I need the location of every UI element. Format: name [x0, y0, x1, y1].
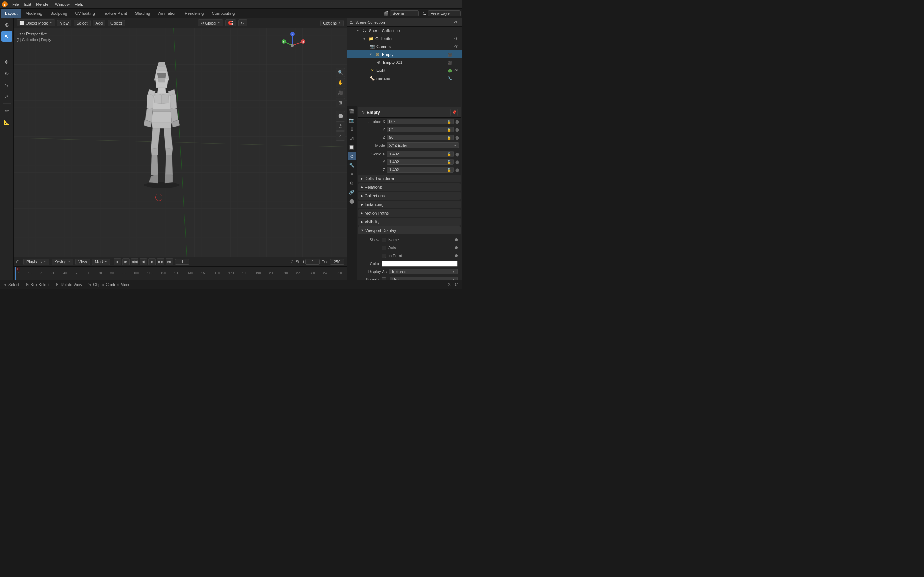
box-select-tool-btn[interactable]: ⬚ [2, 43, 12, 53]
workspace-tab-rendering[interactable]: Rendering [181, 9, 207, 18]
viewport-shading-rendered[interactable]: ○ [336, 131, 345, 141]
transform-orientation[interactable]: ⊕ Global ▼ [198, 19, 223, 26]
props-tab-material[interactable]: ⬤ [347, 197, 356, 206]
rotation-x-value[interactable]: 90° 🔓 [386, 119, 454, 124]
viewport-shading-solid[interactable]: ⬤ [336, 111, 345, 121]
props-tab-output[interactable]: 🖥 [347, 125, 356, 134]
viewport-shading-material[interactable]: ◎ [336, 121, 345, 131]
menu-window[interactable]: Window [53, 2, 72, 7]
menu-render[interactable]: Render [34, 2, 52, 7]
marker-menu[interactable]: Marker [92, 259, 110, 265]
workspace-tab-shading[interactable]: Shading [131, 9, 154, 18]
delta-transform-header[interactable]: ▶ Delta Transform [359, 174, 460, 182]
step-back2-btn[interactable]: ◀ [140, 258, 147, 266]
viewport-gizmo[interactable]: Z X Y [278, 31, 307, 60]
blender-logo-icon[interactable]: B [2, 1, 8, 8]
workspace-tab-layout[interactable]: Layout [2, 9, 21, 18]
props-tab-render[interactable]: 📷 [347, 116, 356, 124]
camera-visibility-icon[interactable]: 👁 [453, 44, 459, 49]
workspace-tab-uv-editing[interactable]: UV Editing [72, 9, 99, 18]
step-back-btn[interactable]: ◀◀ [131, 258, 138, 266]
light-visibility-icon[interactable]: 👁 [453, 68, 459, 73]
outliner-item-empty[interactable]: ▼ ⊕ Empty 🎥 [347, 50, 462, 58]
workspace-tab-texture-paint[interactable]: Texture Paint [99, 9, 131, 18]
props-pin-btn[interactable]: 📌 [451, 109, 458, 116]
step-fwd-btn[interactable]: ▶▶ [157, 258, 164, 266]
next-keyframe-btn[interactable]: ⏭ [166, 258, 173, 266]
visibility-header[interactable]: ▶ Visibility [359, 218, 460, 226]
scale-x-value[interactable]: 1.402 🔓 [386, 151, 454, 157]
outliner-item-light[interactable]: ☀ Light ⬤ 👁 [347, 66, 462, 74]
view-layer-input[interactable] [428, 10, 460, 16]
viewport-display-header[interactable]: ▼ Viewport Display [359, 226, 460, 234]
props-tab-physics[interactable]: ⚙ [347, 179, 356, 187]
camera-view-btn[interactable]: 🎥 [336, 88, 345, 97]
outliner-item-empty-001[interactable]: ⊕ Empty.001 🎥 [347, 58, 462, 66]
props-tab-constraints[interactable]: 🔗 [347, 188, 356, 197]
motion-paths-header[interactable]: ▶ Motion Paths [359, 209, 460, 217]
prev-keyframe-btn[interactable]: ⏮ [122, 258, 129, 266]
outliner-item-camera[interactable]: 📷 Camera 👁 [347, 43, 462, 50]
view-menu-tl[interactable]: View [76, 259, 90, 265]
outliner-item-scene-collection[interactable]: ▼ 🗂 Scene Collection [347, 27, 462, 35]
rotate-tool-btn[interactable]: ↻ [2, 68, 12, 79]
options-btn[interactable]: Options ▼ [320, 20, 344, 26]
workspace-tab-animation[interactable]: Animation [155, 9, 180, 18]
show-in-front-checkbox[interactable] [381, 253, 386, 258]
mode-value[interactable]: XYZ Euler ▼ [386, 142, 459, 148]
outliner-item-collection[interactable]: ▼ 📁 Collection 👁 [347, 35, 462, 43]
workspace-tab-compositing[interactable]: Compositing [208, 9, 238, 18]
props-tab-scene2[interactable]: 🔲 [347, 143, 356, 152]
menu-help[interactable]: Help [73, 2, 86, 7]
props-tab-view-layer[interactable]: 🗂 [347, 134, 356, 142]
bounds-checkbox[interactable] [381, 277, 386, 280]
view-menu[interactable]: View [57, 20, 71, 26]
collection-visibility-icon[interactable]: 👁 [453, 36, 459, 41]
props-tab-object[interactable]: ◇ [347, 152, 356, 161]
hand-tool-btn[interactable]: ✋ [336, 78, 345, 87]
scene-name-input[interactable] [390, 10, 419, 16]
measure-tool-btn[interactable]: 📐 [2, 117, 12, 128]
snap-btn[interactable]: 🧲 [225, 19, 236, 26]
stop-btn[interactable]: ■ [114, 258, 121, 266]
zoom-in-btn[interactable]: 🔍 [336, 68, 345, 77]
select-menu[interactable]: Select [74, 20, 90, 26]
timeline-ruler-area[interactable]: 1 1 10 20 30 40 50 60 70 80 90 100 [14, 266, 347, 280]
keying-menu[interactable]: Keying ▼ [52, 259, 74, 265]
collections-header[interactable]: ▶ Collections [359, 192, 460, 200]
outliner[interactable]: ▼ 🗂 Scene Collection ▼ 📁 Collection 👁 📷 … [347, 27, 462, 106]
transform-tool-btn[interactable]: ⤢ [2, 91, 12, 102]
color-swatch[interactable] [381, 261, 458, 266]
object-menu[interactable]: Object [108, 20, 125, 26]
annotate-tool-btn[interactable]: ✏ [2, 105, 12, 116]
scale-tool-btn[interactable]: ⤡ [2, 80, 12, 90]
scale-y-value[interactable]: 1.402 🔓 [386, 159, 454, 165]
show-axis-checkbox[interactable] [381, 246, 386, 250]
add-menu[interactable]: Add [93, 20, 106, 26]
scale-z-value[interactable]: 1.402 🔓 [386, 167, 454, 173]
relations-header[interactable]: ▶ Relations [359, 183, 460, 191]
menu-edit[interactable]: Edit [22, 2, 34, 7]
props-tab-scene[interactable]: 🎬 [347, 107, 356, 115]
start-frame-input[interactable] [305, 259, 320, 265]
select-tool-btn[interactable]: ↖ [2, 31, 12, 42]
rotation-z-value[interactable]: 90° 🔓 [386, 134, 454, 140]
play-btn[interactable]: ▶ [149, 258, 155, 266]
outliner-item-metarig[interactable]: 🦴 metarig 🔧 [347, 74, 462, 82]
rotation-y-value[interactable]: 0° 🔓 [386, 127, 454, 132]
workspace-tab-sculpting[interactable]: Sculpting [47, 9, 71, 18]
current-frame-input[interactable] [175, 259, 189, 265]
display-as-value[interactable]: Textured ▼ [389, 269, 458, 274]
cursor-tool-btn[interactable]: ⊕ [2, 19, 12, 30]
playback-menu[interactable]: Playback ▼ [23, 259, 50, 265]
grid-toggle-btn[interactable]: ⊞ [336, 98, 345, 108]
props-tab-particles[interactable]: ✦ [347, 170, 356, 179]
menu-file[interactable]: File [10, 2, 21, 7]
proportional-edit-btn[interactable]: ⊙ [238, 19, 247, 26]
props-tab-modifier[interactable]: 🔧 [347, 161, 356, 169]
end-frame-input[interactable] [330, 259, 344, 265]
viewport-canvas[interactable]: User Perspective (1) Collection | Empty … [14, 28, 347, 257]
show-name-checkbox[interactable] [381, 238, 386, 242]
outliner-filter-btn[interactable]: ⚙ [452, 19, 459, 26]
mode-selector[interactable]: ⬜ Object Mode ▼ [16, 19, 55, 26]
